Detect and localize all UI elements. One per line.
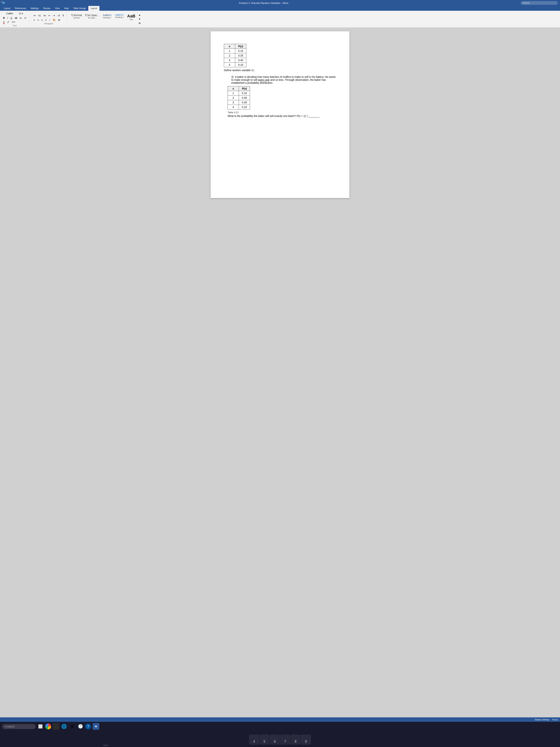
table2-row1-x: 1 xyxy=(228,91,239,96)
strikethrough-button[interactable]: ab xyxy=(14,16,18,20)
define-text: Define random variable X. xyxy=(224,69,336,72)
problem3-section: 3) A baker is deciding how many batches … xyxy=(224,75,336,118)
taskbar-search-input[interactable] xyxy=(2,724,35,729)
table1-container: x P(x) 1 0.15 2 0.35 3 0.40 4 0.10 xyxy=(224,44,336,72)
style-heading2[interactable]: AaBbCcI Heading 2 xyxy=(113,13,125,19)
line-spacing-button[interactable]: ↕ xyxy=(48,18,51,22)
styles-more[interactable]: ⊞ xyxy=(138,21,142,25)
taskbar-word-icon[interactable]: W xyxy=(92,723,99,730)
document-page[interactable]: x P(x) 1 0.15 2 0.35 3 0.40 4 0.10 xyxy=(211,31,349,198)
numbering-button[interactable]: ≡1 xyxy=(37,14,42,18)
status-bar: Display Settings Focus xyxy=(0,717,560,722)
taskbar-chrome-icon[interactable] xyxy=(45,723,51,729)
key-9[interactable]: (9 xyxy=(301,735,311,744)
style-title-preview: AaB xyxy=(127,14,136,19)
title-bar: W Practice 4- Discrete Random Variables … xyxy=(0,0,560,6)
bold-button[interactable]: B xyxy=(2,16,6,20)
style-title-label: Title xyxy=(127,19,136,21)
decrease-indent-button[interactable]: ⇤ xyxy=(48,14,51,18)
table1-row4-x: 4 xyxy=(224,62,235,67)
tab-review[interactable]: Review xyxy=(41,6,53,11)
style-nospace-preview: ¶ No Spac... xyxy=(85,14,100,17)
table1-header-x: x xyxy=(224,44,235,49)
ribbon: Layout References Mailings Review View H… xyxy=(0,6,560,28)
font-color-button[interactable]: A xyxy=(2,20,5,24)
justify-button[interactable]: ≡ xyxy=(44,18,47,22)
table2-row3-x: 3 xyxy=(228,100,239,105)
table-row: 2 0.35 xyxy=(224,53,246,58)
taskbar-edge-icon[interactable]: 🌐 xyxy=(61,723,68,730)
taskbar: ⬜ 🗂 🌐 ⊞ 🕐 ? W xyxy=(0,722,560,731)
superscript-button[interactable]: x² xyxy=(24,16,27,20)
sort-button[interactable]: ↕A xyxy=(56,14,61,18)
style-normal-label: Normal xyxy=(71,17,82,19)
table1-row1-x: 1 xyxy=(224,49,235,53)
bullets-button[interactable]: ≡• xyxy=(33,14,36,18)
table1-row2-px: 0.35 xyxy=(235,53,246,58)
table1-header-px: P(x) xyxy=(235,44,246,49)
problem3-content: 3) A baker is deciding how many batches … xyxy=(231,75,336,84)
align-right-button[interactable]: ≡ xyxy=(41,18,44,22)
key-6[interactable]: ^6 xyxy=(270,735,279,744)
subscript-button[interactable]: x₂ xyxy=(19,16,23,20)
paragraph-group-label: Paragraph xyxy=(33,23,64,25)
key-7[interactable]: &7 xyxy=(281,735,290,744)
key-4[interactable]: $4 xyxy=(249,735,259,744)
underline-button[interactable]: U xyxy=(10,16,13,20)
table-label: Table 4.21 xyxy=(228,111,336,114)
font-size-selector[interactable]: 11 ▾ xyxy=(18,12,24,16)
tab-references[interactable]: References xyxy=(12,6,28,11)
taskbar-help-icon[interactable]: ? xyxy=(85,723,91,729)
style-h2-preview: AaBbCcI xyxy=(115,14,124,16)
display-settings-btn[interactable]: Display Settings xyxy=(535,719,549,721)
tab-layout-right[interactable]: Layout xyxy=(88,6,100,11)
style-normal-preview: ¶ Normal xyxy=(71,14,82,17)
tab-layout-left[interactable]: Layout xyxy=(1,6,12,11)
focus-btn[interactable]: Focus xyxy=(552,719,558,721)
tab-mailings[interactable]: Mailings xyxy=(28,6,41,11)
problem3-number: 3) A baker is deciding how many batches … xyxy=(231,75,336,84)
align-left-button[interactable]: ≡ xyxy=(33,18,36,22)
font-selector[interactable]: Calibri xyxy=(2,11,17,16)
style-nospace[interactable]: ¶ No Spac... No Spac... xyxy=(84,13,101,20)
table2-header-px: P(x) xyxy=(239,86,250,91)
search-input[interactable] xyxy=(521,1,558,5)
borders-button[interactable]: ⊞ xyxy=(57,18,61,22)
styles-scroll-up[interactable]: ▲ xyxy=(138,13,142,17)
paragraph-group: ≡• ≡1 ≡≡ ⇤ ⇥ ↕A ¶ ≡ ≡ ≡ ≡ ↕ 🎨 ⊞ Paragrap… xyxy=(32,14,67,25)
tab-table-design[interactable]: Table Design xyxy=(71,6,88,11)
style-heading1[interactable]: AaBbCc Heading 1 xyxy=(102,13,113,19)
table-row: 3 0.40 xyxy=(228,100,250,105)
table-row: 4 0.10 xyxy=(224,62,246,67)
document-title: Practice 4- Discrete Random Variables - … xyxy=(6,2,521,4)
highlight-button[interactable]: 🖊 xyxy=(6,20,10,24)
taskbar-multitasking-icon[interactable]: ⬜ xyxy=(37,723,44,730)
table2-row3-px: 0.40 xyxy=(239,100,250,105)
show-hide-button[interactable]: ¶ xyxy=(62,14,64,18)
style-normal[interactable]: ¶ Normal Normal xyxy=(70,13,83,20)
taskbar-windows-icon[interactable]: ⊞ xyxy=(69,723,76,730)
clear-format-button[interactable]: A↗ xyxy=(11,20,16,24)
increase-indent-button[interactable]: ⇥ xyxy=(52,14,56,18)
italic-button[interactable]: I xyxy=(6,16,9,20)
table-row: 1 0.15 xyxy=(224,49,246,53)
table-row: 1 0.15 xyxy=(228,91,250,96)
style-title[interactable]: AaB Title xyxy=(126,13,137,21)
tab-view[interactable]: View xyxy=(53,6,62,11)
table1-row3-x: 3 xyxy=(224,58,235,62)
ribbon-tabs: Layout References Mailings Review View H… xyxy=(0,6,560,11)
shading-button[interactable]: 🎨 xyxy=(52,18,56,22)
align-center-button[interactable]: ≡ xyxy=(36,18,39,22)
key-5[interactable]: %5 xyxy=(260,735,269,744)
table2-row1-px: 0.15 xyxy=(239,91,250,96)
key-8[interactable]: *8 xyxy=(291,735,300,744)
table-row: 3 0.40 xyxy=(224,58,246,62)
table-row: 4 0.10 xyxy=(228,105,250,109)
tab-help[interactable]: Help xyxy=(62,6,71,11)
taskbar-file-icon[interactable]: 🗂 xyxy=(53,723,59,730)
taskbar-clock-icon[interactable]: 🕐 xyxy=(77,723,84,730)
multilevel-button[interactable]: ≡≡ xyxy=(43,14,47,18)
styles-scroll-down[interactable]: ▼ xyxy=(138,17,142,21)
ribbon-content: Calibri 11 ▾ B I U ab x₂ x² A 🖊 A↗ Font … xyxy=(0,11,560,27)
table2-header-x: x xyxy=(228,86,239,91)
